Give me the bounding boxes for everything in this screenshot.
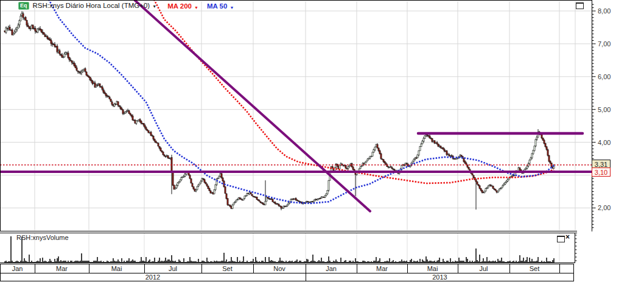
month-label-jul: Jul bbox=[144, 265, 201, 272]
indicator-ma50[interactable]: MA 50▼ bbox=[207, 2, 234, 10]
month-label-mar: Mar bbox=[357, 265, 407, 272]
instrument-type-badge: Eq bbox=[18, 2, 29, 10]
volume-pane-title: RSH:xnysVolume bbox=[16, 234, 69, 241]
month-label-mai: Mai bbox=[407, 265, 458, 272]
downtrend-line[interactable] bbox=[134, 0, 370, 211]
month-label-jan: Jan bbox=[0, 265, 35, 272]
volume-close-icon[interactable]: × bbox=[565, 233, 570, 241]
indicator-labels: MA 200▼MA 50▼ bbox=[159, 0, 234, 11]
volume-restore-button[interactable] bbox=[557, 236, 565, 242]
chart-canvas[interactable] bbox=[0, 0, 644, 282]
price-tick-label: 7,00 bbox=[598, 40, 611, 48]
restore-window-button[interactable] bbox=[576, 2, 584, 9]
alert-line-marker: 3,10 bbox=[592, 167, 611, 177]
month-label-jan: Jan bbox=[306, 265, 357, 272]
month-label-mar: Mar bbox=[35, 265, 89, 272]
chevron-down-icon[interactable]: ▼ bbox=[229, 5, 234, 10]
chevron-down-icon[interactable]: ▼ bbox=[194, 5, 198, 10]
indicator-ma200[interactable]: MA 200▼ bbox=[167, 2, 198, 10]
chart-header: Eq RSH:xnys Diário Hora Local (TMG+0) ▼ … bbox=[18, 1, 234, 10]
ma-line-200[interactable] bbox=[154, 0, 554, 183]
chart-window: Eq RSH:xnys Diário Hora Local (TMG+0) ▼ … bbox=[0, 0, 644, 282]
price-tick-label: 5,00 bbox=[598, 106, 611, 113]
month-label-mai: Mai bbox=[89, 265, 144, 272]
month-label-jul: Jul bbox=[458, 265, 509, 272]
year-label-2012: 2012 bbox=[0, 273, 306, 281]
price-tick-label: 6,00 bbox=[598, 73, 611, 80]
month-label-set: Set bbox=[509, 265, 559, 272]
price-tick-label: 4,00 bbox=[598, 139, 611, 146]
month-label-set: Set bbox=[201, 265, 253, 272]
candles bbox=[0, 0, 555, 210]
year-label-2013: 2013 bbox=[306, 273, 574, 281]
price-tick-label: 8,00 bbox=[598, 7, 611, 15]
chart-title[interactable]: RSH:xnys Diário Hora Local (TMG+0) bbox=[33, 2, 150, 9]
price-tick-label: 2,00 bbox=[598, 204, 611, 211]
chevron-down-icon[interactable]: ▼ bbox=[152, 4, 156, 9]
month-label-nov: Nov bbox=[253, 265, 306, 272]
volume-bars bbox=[4, 236, 555, 263]
